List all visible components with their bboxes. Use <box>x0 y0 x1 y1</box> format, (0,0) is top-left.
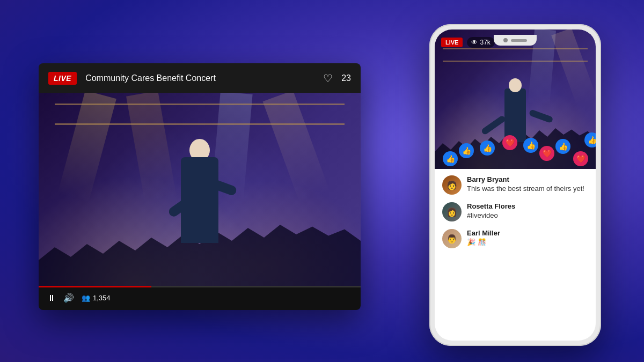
comment-barry: 🧑 Barry Bryant This was the best stream … <box>442 175 588 195</box>
phone-inner: LIVE 👁 37k 👍 👍 👍 ❤️ 👍 ❤️ 👍 ❤️ 👍 <box>435 29 596 341</box>
phone-notch <box>494 35 537 46</box>
player-title: Community Cares Benefit Concert <box>85 73 314 83</box>
comment-earl-name: Earl Miller <box>467 229 588 237</box>
video-area <box>39 93 361 286</box>
progress-bar[interactable] <box>39 286 361 287</box>
desktop-player: LIVE Community Cares Benefit Concert ♡ 2… <box>39 63 361 310</box>
progress-fill <box>39 286 151 287</box>
player-controls: ⏸ 🔊 👥 1,354 <box>39 286 361 310</box>
volume-button[interactable]: 🔊 <box>63 293 74 303</box>
performer <box>151 114 248 243</box>
avatar-rosetta: 👩 <box>442 202 462 221</box>
heart-icon[interactable]: ♡ <box>323 72 333 85</box>
phone-mockup: LIVE 👁 37k 👍 👍 👍 ❤️ 👍 ❤️ 👍 ❤️ 👍 <box>429 24 601 346</box>
comment-rosetta: 👩 Rosetta Flores #livevideo <box>442 202 588 221</box>
avatar-earl: 👨 <box>442 229 462 248</box>
live-badge: LIVE <box>48 72 77 85</box>
phone-eye-icon: 👁 <box>471 39 478 46</box>
comment-barry-name: Barry Bryant <box>467 175 588 183</box>
comment-earl-body: 🎉 🎊 <box>467 238 588 246</box>
viewer-info: 👥 1,354 <box>82 294 111 302</box>
comment-barry-body: This was the best stream of theirs yet! <box>467 184 588 193</box>
comment-rosetta-text: Rosetta Flores #livevideo <box>467 202 588 219</box>
phone-performer-body <box>504 88 526 142</box>
avatar-earl-img: 👨 <box>442 229 462 248</box>
phone-viewer-overlay: 👁 37k <box>467 37 494 48</box>
phone-live-overlay: LIVE 👁 37k <box>441 37 495 48</box>
like-count: 23 <box>341 73 351 83</box>
phone-speaker <box>511 39 527 42</box>
front-camera <box>503 38 508 42</box>
phone-comments: 🧑 Barry Bryant This was the best stream … <box>435 169 596 262</box>
comment-rosetta-body: #livevideo <box>467 211 588 219</box>
comment-earl: 👨 Earl Miller 🎉 🎊 <box>442 229 588 248</box>
phone-viewer-count: 37k <box>480 39 490 46</box>
player-header: LIVE Community Cares Benefit Concert ♡ 2… <box>39 63 361 93</box>
comment-barry-text: Barry Bryant This was the best stream of… <box>467 175 588 193</box>
avatar-barry: 🧑 <box>442 175 462 195</box>
performer-body <box>181 157 218 243</box>
phone-video: LIVE 👁 37k 👍 👍 👍 ❤️ 👍 ❤️ 👍 ❤️ 👍 <box>435 29 596 169</box>
viewer-count-label: 1,354 <box>93 294 111 302</box>
avatar-rosetta-img: 👩 <box>442 202 462 221</box>
comment-rosetta-name: Rosetta Flores <box>467 202 588 210</box>
pause-button[interactable]: ⏸ <box>47 293 56 303</box>
avatar-barry-img: 🧑 <box>442 175 462 195</box>
phone-live-badge: LIVE <box>441 38 463 47</box>
viewer-icon: 👥 <box>82 294 90 302</box>
phone-performer-head <box>509 78 522 92</box>
comment-earl-text: Earl Miller 🎉 🎊 <box>467 229 588 246</box>
